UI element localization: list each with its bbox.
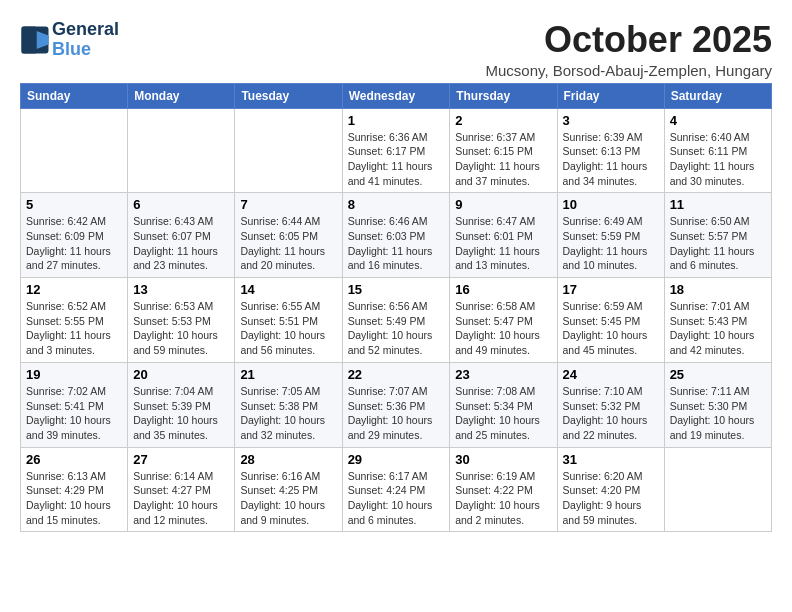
day-info: Sunrise: 6:42 AMSunset: 6:09 PMDaylight:… bbox=[26, 214, 122, 273]
header-friday: Friday bbox=[557, 83, 664, 108]
calendar-cell: 25Sunrise: 7:11 AMSunset: 5:30 PMDayligh… bbox=[664, 362, 771, 447]
day-info: Sunrise: 6:39 AMSunset: 6:13 PMDaylight:… bbox=[563, 130, 659, 189]
calendar-cell: 6Sunrise: 6:43 AMSunset: 6:07 PMDaylight… bbox=[128, 193, 235, 278]
location-subtitle: Mucsony, Borsod-Abauj-Zemplen, Hungary bbox=[485, 62, 772, 79]
calendar-cell: 10Sunrise: 6:49 AMSunset: 5:59 PMDayligh… bbox=[557, 193, 664, 278]
calendar-cell: 7Sunrise: 6:44 AMSunset: 6:05 PMDaylight… bbox=[235, 193, 342, 278]
day-number: 30 bbox=[455, 452, 551, 467]
day-number: 18 bbox=[670, 282, 766, 297]
title-area: October 2025 Mucsony, Borsod-Abauj-Zempl… bbox=[485, 20, 772, 79]
calendar-cell: 11Sunrise: 6:50 AMSunset: 5:57 PMDayligh… bbox=[664, 193, 771, 278]
calendar-week-row-5: 26Sunrise: 6:13 AMSunset: 4:29 PMDayligh… bbox=[21, 447, 772, 532]
day-info: Sunrise: 6:53 AMSunset: 5:53 PMDaylight:… bbox=[133, 299, 229, 358]
day-info: Sunrise: 7:07 AMSunset: 5:36 PMDaylight:… bbox=[348, 384, 445, 443]
header-thursday: Thursday bbox=[450, 83, 557, 108]
calendar-week-row-4: 19Sunrise: 7:02 AMSunset: 5:41 PMDayligh… bbox=[21, 362, 772, 447]
day-number: 27 bbox=[133, 452, 229, 467]
day-number: 9 bbox=[455, 197, 551, 212]
calendar-cell: 15Sunrise: 6:56 AMSunset: 5:49 PMDayligh… bbox=[342, 278, 450, 363]
day-number: 20 bbox=[133, 367, 229, 382]
calendar-cell bbox=[235, 108, 342, 193]
calendar-cell: 16Sunrise: 6:58 AMSunset: 5:47 PMDayligh… bbox=[450, 278, 557, 363]
day-info: Sunrise: 6:44 AMSunset: 6:05 PMDaylight:… bbox=[240, 214, 336, 273]
day-number: 2 bbox=[455, 113, 551, 128]
calendar-cell: 4Sunrise: 6:40 AMSunset: 6:11 PMDaylight… bbox=[664, 108, 771, 193]
calendar-cell: 22Sunrise: 7:07 AMSunset: 5:36 PMDayligh… bbox=[342, 362, 450, 447]
day-number: 6 bbox=[133, 197, 229, 212]
calendar-cell: 29Sunrise: 6:17 AMSunset: 4:24 PMDayligh… bbox=[342, 447, 450, 532]
logo: GeneralBlue bbox=[20, 20, 119, 60]
day-number: 21 bbox=[240, 367, 336, 382]
header-saturday: Saturday bbox=[664, 83, 771, 108]
logo-icon bbox=[20, 25, 50, 55]
day-info: Sunrise: 6:19 AMSunset: 4:22 PMDaylight:… bbox=[455, 469, 551, 528]
day-info: Sunrise: 6:58 AMSunset: 5:47 PMDaylight:… bbox=[455, 299, 551, 358]
day-number: 16 bbox=[455, 282, 551, 297]
day-info: Sunrise: 6:43 AMSunset: 6:07 PMDaylight:… bbox=[133, 214, 229, 273]
day-number: 15 bbox=[348, 282, 445, 297]
header-wednesday: Wednesday bbox=[342, 83, 450, 108]
calendar-cell bbox=[21, 108, 128, 193]
calendar-cell: 26Sunrise: 6:13 AMSunset: 4:29 PMDayligh… bbox=[21, 447, 128, 532]
day-number: 10 bbox=[563, 197, 659, 212]
day-info: Sunrise: 6:40 AMSunset: 6:11 PMDaylight:… bbox=[670, 130, 766, 189]
day-info: Sunrise: 7:02 AMSunset: 5:41 PMDaylight:… bbox=[26, 384, 122, 443]
calendar-cell: 3Sunrise: 6:39 AMSunset: 6:13 PMDaylight… bbox=[557, 108, 664, 193]
day-number: 31 bbox=[563, 452, 659, 467]
day-number: 7 bbox=[240, 197, 336, 212]
calendar-cell: 9Sunrise: 6:47 AMSunset: 6:01 PMDaylight… bbox=[450, 193, 557, 278]
day-info: Sunrise: 6:36 AMSunset: 6:17 PMDaylight:… bbox=[348, 130, 445, 189]
day-info: Sunrise: 7:04 AMSunset: 5:39 PMDaylight:… bbox=[133, 384, 229, 443]
day-info: Sunrise: 6:50 AMSunset: 5:57 PMDaylight:… bbox=[670, 214, 766, 273]
calendar-cell: 18Sunrise: 7:01 AMSunset: 5:43 PMDayligh… bbox=[664, 278, 771, 363]
day-info: Sunrise: 6:49 AMSunset: 5:59 PMDaylight:… bbox=[563, 214, 659, 273]
calendar-week-row-1: 1Sunrise: 6:36 AMSunset: 6:17 PMDaylight… bbox=[21, 108, 772, 193]
calendar-cell: 13Sunrise: 6:53 AMSunset: 5:53 PMDayligh… bbox=[128, 278, 235, 363]
calendar-cell: 1Sunrise: 6:36 AMSunset: 6:17 PMDaylight… bbox=[342, 108, 450, 193]
day-info: Sunrise: 6:56 AMSunset: 5:49 PMDaylight:… bbox=[348, 299, 445, 358]
calendar-cell: 30Sunrise: 6:19 AMSunset: 4:22 PMDayligh… bbox=[450, 447, 557, 532]
day-number: 29 bbox=[348, 452, 445, 467]
day-info: Sunrise: 6:13 AMSunset: 4:29 PMDaylight:… bbox=[26, 469, 122, 528]
header-sunday: Sunday bbox=[21, 83, 128, 108]
calendar-cell: 27Sunrise: 6:14 AMSunset: 4:27 PMDayligh… bbox=[128, 447, 235, 532]
day-info: Sunrise: 6:47 AMSunset: 6:01 PMDaylight:… bbox=[455, 214, 551, 273]
day-number: 12 bbox=[26, 282, 122, 297]
day-number: 13 bbox=[133, 282, 229, 297]
day-number: 23 bbox=[455, 367, 551, 382]
calendar-week-row-2: 5Sunrise: 6:42 AMSunset: 6:09 PMDaylight… bbox=[21, 193, 772, 278]
calendar-table: Sunday Monday Tuesday Wednesday Thursday… bbox=[20, 83, 772, 533]
day-info: Sunrise: 6:46 AMSunset: 6:03 PMDaylight:… bbox=[348, 214, 445, 273]
day-number: 1 bbox=[348, 113, 445, 128]
day-info: Sunrise: 6:16 AMSunset: 4:25 PMDaylight:… bbox=[240, 469, 336, 528]
day-info: Sunrise: 6:17 AMSunset: 4:24 PMDaylight:… bbox=[348, 469, 445, 528]
svg-rect-2 bbox=[22, 26, 37, 53]
page-header: GeneralBlue October 2025 Mucsony, Borsod… bbox=[20, 20, 772, 79]
logo-text: GeneralBlue bbox=[52, 20, 119, 60]
calendar-cell: 5Sunrise: 6:42 AMSunset: 6:09 PMDaylight… bbox=[21, 193, 128, 278]
day-number: 26 bbox=[26, 452, 122, 467]
day-info: Sunrise: 6:37 AMSunset: 6:15 PMDaylight:… bbox=[455, 130, 551, 189]
calendar-cell: 12Sunrise: 6:52 AMSunset: 5:55 PMDayligh… bbox=[21, 278, 128, 363]
day-info: Sunrise: 6:59 AMSunset: 5:45 PMDaylight:… bbox=[563, 299, 659, 358]
calendar-cell bbox=[128, 108, 235, 193]
day-number: 8 bbox=[348, 197, 445, 212]
day-number: 17 bbox=[563, 282, 659, 297]
day-number: 3 bbox=[563, 113, 659, 128]
calendar-cell: 24Sunrise: 7:10 AMSunset: 5:32 PMDayligh… bbox=[557, 362, 664, 447]
page-container: GeneralBlue October 2025 Mucsony, Borsod… bbox=[20, 20, 772, 532]
day-info: Sunrise: 6:20 AMSunset: 4:20 PMDaylight:… bbox=[563, 469, 659, 528]
day-number: 11 bbox=[670, 197, 766, 212]
header-tuesday: Tuesday bbox=[235, 83, 342, 108]
calendar-cell: 21Sunrise: 7:05 AMSunset: 5:38 PMDayligh… bbox=[235, 362, 342, 447]
month-title: October 2025 bbox=[485, 20, 772, 60]
day-number: 25 bbox=[670, 367, 766, 382]
day-info: Sunrise: 7:11 AMSunset: 5:30 PMDaylight:… bbox=[670, 384, 766, 443]
header-monday: Monday bbox=[128, 83, 235, 108]
calendar-cell: 20Sunrise: 7:04 AMSunset: 5:39 PMDayligh… bbox=[128, 362, 235, 447]
calendar-cell bbox=[664, 447, 771, 532]
calendar-cell: 19Sunrise: 7:02 AMSunset: 5:41 PMDayligh… bbox=[21, 362, 128, 447]
calendar-cell: 28Sunrise: 6:16 AMSunset: 4:25 PMDayligh… bbox=[235, 447, 342, 532]
day-info: Sunrise: 7:10 AMSunset: 5:32 PMDaylight:… bbox=[563, 384, 659, 443]
day-number: 14 bbox=[240, 282, 336, 297]
